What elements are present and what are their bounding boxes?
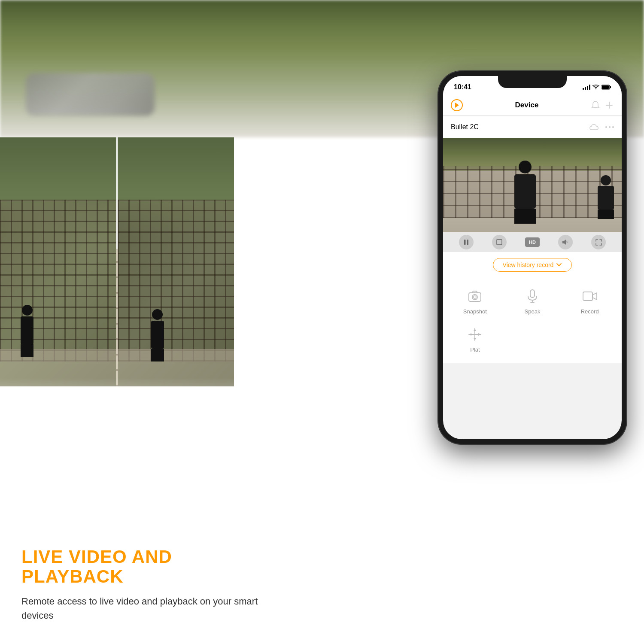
svg-rect-10 xyxy=(464,240,466,245)
svg-rect-17 xyxy=(530,290,535,298)
person2-body xyxy=(598,186,614,210)
svg-point-0 xyxy=(595,88,596,89)
device-row: Bullet 2C xyxy=(443,116,622,138)
signal-bar-2 xyxy=(585,87,586,90)
thumb-fence-right xyxy=(118,200,234,361)
fig-head xyxy=(22,305,33,316)
view-history-button[interactable]: View history record xyxy=(493,258,572,272)
svg-marker-24 xyxy=(474,338,476,340)
battery-icon xyxy=(601,85,611,90)
view-history-label: View history record xyxy=(503,261,554,268)
person-legs xyxy=(514,209,536,224)
action-record[interactable]: Record xyxy=(562,284,617,318)
speak-label: Speak xyxy=(525,308,541,315)
camera-scene xyxy=(443,138,622,232)
secondary-person-figure xyxy=(595,175,617,218)
svg-rect-14 xyxy=(469,293,481,301)
stop-icon xyxy=(496,239,502,245)
text-section: LIVE VIDEO AND PLAYBACK Remote access to… xyxy=(21,547,262,623)
wifi-icon xyxy=(592,85,599,90)
volume-icon xyxy=(562,239,569,245)
svg-point-7 xyxy=(605,126,607,128)
camera-controls-bar: HD xyxy=(443,232,622,252)
plat-label: Plat xyxy=(470,346,480,353)
fig-legs-r xyxy=(151,349,164,361)
view-history-section: View history record xyxy=(443,252,622,278)
stop-button[interactable] xyxy=(492,235,507,249)
svg-marker-13 xyxy=(562,240,566,245)
plat-icon xyxy=(466,326,483,343)
svg-point-9 xyxy=(612,126,614,128)
signal-bars xyxy=(583,85,590,90)
action-speak[interactable]: Speak xyxy=(505,284,560,318)
bell-icon[interactable] xyxy=(591,100,600,110)
actions-row2: Plat xyxy=(443,320,622,363)
thumbnail-fade xyxy=(0,378,234,464)
thumb-figure-person-left xyxy=(18,305,37,356)
camera-view xyxy=(443,138,622,232)
action-plat[interactable]: Plat xyxy=(447,322,503,356)
phone-outer: 10:41 xyxy=(438,71,627,444)
svg-marker-23 xyxy=(474,328,476,331)
speak-icon xyxy=(524,288,541,305)
chevron-down-icon xyxy=(556,262,562,268)
svg-marker-4 xyxy=(455,103,459,108)
plus-icon[interactable] xyxy=(605,100,614,110)
nav-right-icons xyxy=(591,100,614,110)
svg-rect-12 xyxy=(497,240,502,245)
svg-point-8 xyxy=(609,126,611,128)
nav-bar: Device xyxy=(443,95,622,115)
thumbnails-container xyxy=(0,137,234,386)
svg-rect-20 xyxy=(583,292,592,301)
fig-body xyxy=(21,316,33,344)
svg-rect-3 xyxy=(610,86,611,88)
thumb-figure-person-right xyxy=(147,309,168,356)
svg-marker-26 xyxy=(478,333,481,336)
hd-label: HD xyxy=(529,240,536,245)
svg-point-15 xyxy=(472,295,477,300)
fullscreen-icon xyxy=(595,239,602,246)
phone-container: 10:41 xyxy=(438,71,627,573)
signal-bar-1 xyxy=(583,88,584,90)
background-car xyxy=(26,73,155,116)
main-person-figure xyxy=(511,161,539,223)
hd-button[interactable]: HD xyxy=(525,237,540,247)
svg-point-16 xyxy=(474,296,476,298)
cloud-icon xyxy=(589,123,599,131)
subtext: Remote access to live video and playback… xyxy=(21,594,262,623)
more-dots-icon[interactable] xyxy=(605,126,614,128)
record-label: Record xyxy=(581,308,599,315)
svg-rect-2 xyxy=(602,85,609,89)
thumbnail-left xyxy=(0,137,116,386)
fullscreen-button[interactable] xyxy=(591,235,606,249)
signal-bar-3 xyxy=(587,86,588,90)
svg-marker-25 xyxy=(469,333,471,336)
record-icon xyxy=(581,288,598,305)
play-icon xyxy=(455,103,459,108)
fig-legs xyxy=(21,344,33,357)
action-snapshot[interactable]: Snapshot xyxy=(447,284,503,318)
status-icons xyxy=(583,85,611,90)
thumbnail-right xyxy=(118,137,234,386)
person-head xyxy=(519,161,532,173)
person2-head xyxy=(601,175,611,185)
signal-bar-4 xyxy=(589,85,590,90)
device-action-icons xyxy=(589,123,614,131)
nav-title: Device xyxy=(515,101,539,109)
person-body xyxy=(514,174,536,209)
action-empty-2 xyxy=(505,322,560,356)
phone-notch xyxy=(498,76,567,88)
status-time: 10:41 xyxy=(454,83,471,91)
nav-play-button[interactable] xyxy=(451,99,463,111)
device-name: Bullet 2C xyxy=(451,123,479,131)
fig-head-r xyxy=(152,309,163,320)
volume-button[interactable] xyxy=(558,235,573,249)
action-empty-3 xyxy=(562,322,617,356)
svg-rect-11 xyxy=(467,240,468,245)
snapshot-icon xyxy=(466,288,483,305)
actions-grid: Snapshot Speak xyxy=(443,278,622,320)
headline: LIVE VIDEO AND PLAYBACK xyxy=(21,547,262,586)
snapshot-label: Snapshot xyxy=(463,308,487,315)
pause-button[interactable] xyxy=(459,235,474,249)
person2-legs xyxy=(598,210,614,219)
